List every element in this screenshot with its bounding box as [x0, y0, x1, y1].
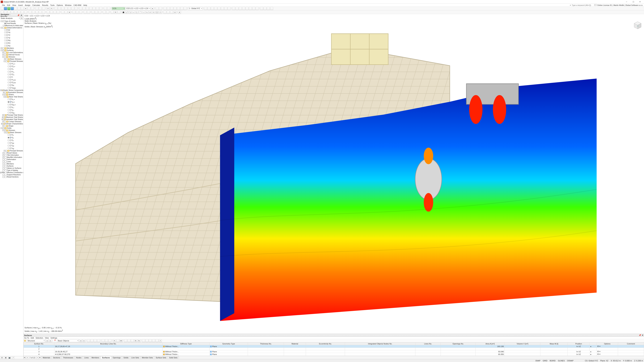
- tree-node[interactable]: Deformation: [0, 158, 23, 161]
- tab-members[interactable]: Members: [90, 356, 101, 359]
- toolbar-button[interactable]: [184, 7, 187, 10]
- tree-radio[interactable]: [8, 101, 9, 103]
- toolbar-button[interactable]: [246, 7, 248, 10]
- menu-window[interactable]: Window: [64, 4, 72, 6]
- tree-node[interactable]: σ2,+: [0, 65, 23, 68]
- tree-node[interactable]: σ1,+: [0, 62, 23, 65]
- toolbar-button[interactable]: [164, 7, 166, 10]
- toolbar-button[interactable]: ⊂: [149, 11, 152, 14]
- toolbar-button[interactable]: [18, 11, 20, 14]
- toolbar-button[interactable]: [99, 7, 102, 10]
- col-header[interactable]: Position: [568, 343, 590, 345]
- col-header[interactable]: Openings No.: [441, 343, 476, 345]
- tree-node[interactable]: +Basic Stresses: [0, 58, 23, 60]
- tree-toggle[interactable]: +: [2, 121, 4, 122]
- toolbar-button[interactable]: [82, 7, 86, 10]
- tree-node[interactable]: −Stresses: [0, 129, 23, 131]
- tree-node[interactable]: +Members: [0, 47, 23, 49]
- results-tree[interactable]: −Type of resultsFinal ResultsDifferences…: [0, 20, 23, 356]
- toolbar-button[interactable]: [221, 7, 224, 10]
- col-header[interactable]: Boundary Lines No.: [54, 343, 162, 345]
- tree-radio[interactable]: [8, 106, 9, 108]
- eye-icon[interactable]: [10, 82, 11, 83]
- tree-toggle[interactable]: −: [1, 50, 2, 51]
- eye-icon[interactable]: [6, 29, 8, 31]
- toolbar-button[interactable]: [32, 11, 35, 14]
- toolbar-button[interactable]: [249, 7, 252, 10]
- tree-checkbox[interactable]: [2, 170, 4, 171]
- toolbar-button[interactable]: [39, 11, 42, 14]
- tree-node[interactable]: φX: [0, 39, 23, 42]
- tree-checkbox[interactable]: [6, 132, 8, 133]
- eye-icon[interactable]: [10, 104, 11, 105]
- tree-checkbox[interactable]: [2, 152, 4, 154]
- tree-radio[interactable]: [8, 145, 9, 146]
- eye-icon[interactable]: [6, 37, 8, 38]
- panel-tb-btn[interactable]: [142, 339, 145, 342]
- panel-tb-btn[interactable]: fx: [138, 339, 140, 342]
- toolbar-button[interactable]: [4, 7, 7, 10]
- toolbar-button[interactable]: [174, 7, 176, 10]
- status-osnap[interactable]: OSNAP: [567, 360, 574, 362]
- toolbar-button[interactable]: ⬤: [122, 11, 125, 14]
- tree-toggle[interactable]: −: [2, 56, 4, 58]
- toolbar-button[interactable]: [64, 11, 68, 14]
- panel-tb-next[interactable]: ▸: [49, 339, 52, 342]
- tree-node[interactable]: Result Values: [0, 152, 23, 154]
- toolbar-button[interactable]: [84, 11, 87, 14]
- eye-icon[interactable]: [10, 147, 11, 149]
- panel-tb-btn[interactable]: [105, 339, 108, 342]
- tree-toggle[interactable]: +: [1, 47, 2, 49]
- tree-checkbox[interactable]: [6, 150, 7, 152]
- toolbar-combo[interactable]: S Ch: [112, 7, 125, 10]
- eye-icon[interactable]: [10, 145, 11, 146]
- objects-combo[interactable]: Basic Objects: [57, 339, 79, 342]
- status-snap[interactable]: SNAP: [535, 360, 540, 362]
- tree-radio[interactable]: [8, 82, 9, 83]
- toolbar-button[interactable]: [270, 7, 273, 10]
- tree-toggle[interactable]: +: [2, 114, 4, 116]
- tree-node[interactable]: +Principal Total Strains: [0, 114, 23, 116]
- toolbar-button[interactable]: [18, 7, 20, 10]
- tree-radio[interactable]: [8, 68, 9, 70]
- toolbar-button[interactable]: [264, 7, 266, 10]
- surfaces-table[interactable]: Surface No.Boundary Lines No.Stiffness T…: [24, 343, 644, 356]
- toolbar-button[interactable]: ◯: [156, 11, 158, 14]
- tree-checkbox[interactable]: [2, 161, 4, 163]
- status-glines[interactable]: GLINES: [558, 360, 565, 362]
- tab-first[interactable]: ⏮: [24, 357, 26, 359]
- menu-view[interactable]: View: [11, 4, 17, 6]
- eye-icon[interactable]: [10, 98, 11, 100]
- tree-checkbox[interactable]: [2, 20, 4, 22]
- col-header[interactable]: Volume V [m³]: [505, 343, 540, 345]
- tree-node[interactable]: σ1,-: [0, 70, 23, 73]
- toolbar-button[interactable]: [61, 7, 64, 10]
- menu-options[interactable]: Options: [56, 4, 64, 6]
- tree-node[interactable]: γxy,-: [0, 111, 23, 114]
- toolbar-button[interactable]: [239, 7, 242, 10]
- tree-radio[interactable]: [8, 71, 9, 72]
- toolbar-button[interactable]: [167, 7, 170, 10]
- minimize-button[interactable]: ─: [623, 0, 630, 3]
- toolbar-button[interactable]: [29, 11, 32, 14]
- col-header[interactable]: Area A [m²]: [476, 343, 505, 345]
- menu-insert[interactable]: Insert: [17, 4, 24, 6]
- toolbar-button[interactable]: [95, 11, 98, 14]
- table-row[interactable]: 319-26,36-45,27Without Thickn...Plane50.…: [24, 350, 644, 353]
- eye-icon[interactable]: [10, 65, 11, 67]
- toolbar-button[interactable]: ╲: [129, 11, 132, 14]
- col-header[interactable]: Integrated Objects Nodes No.: [345, 343, 416, 345]
- eye-icon[interactable]: [10, 137, 11, 138]
- tree-checkbox[interactable]: [6, 58, 8, 60]
- panel-tb-btn[interactable]: [131, 339, 134, 342]
- panel-pin-icon[interactable]: 📌: [639, 334, 641, 336]
- menu-file[interactable]: File: [1, 4, 6, 6]
- menu-cad-bim[interactable]: CAD-BIM: [72, 4, 82, 6]
- tree-node[interactable]: Members: [0, 163, 23, 165]
- toolbar-button[interactable]: [260, 7, 263, 10]
- toolbar-button[interactable]: ▾: [68, 11, 71, 14]
- tree-checkbox[interactable]: [4, 52, 6, 53]
- panel-tb-btn[interactable]: [94, 339, 97, 342]
- toolbar-button[interactable]: [11, 7, 14, 10]
- col-header[interactable]: Material: [284, 343, 306, 345]
